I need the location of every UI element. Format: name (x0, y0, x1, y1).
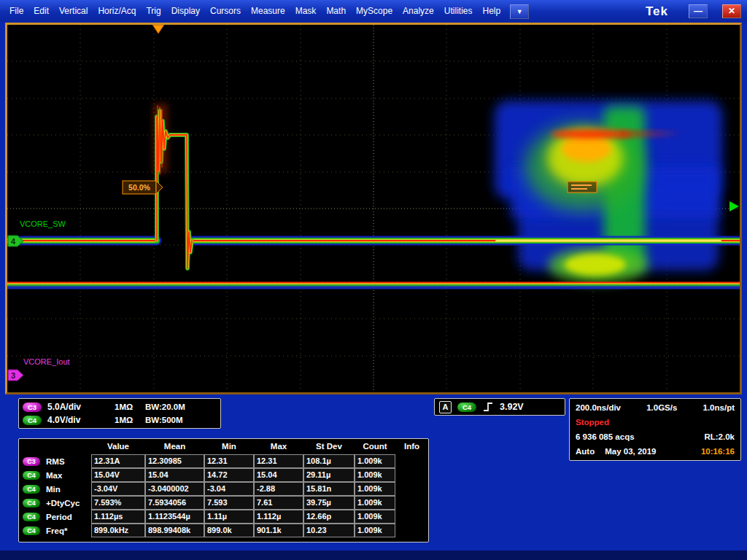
channel-coupling: 1MΩ (115, 416, 136, 424)
timebase-line: 200.0ns/div 1.0GS/s 1.0ns/pt (570, 400, 740, 415)
acq-count: 6 936 085 acqs (576, 432, 635, 441)
vertical-readouts[interactable]: C35.0A/div1MΩBW:20.0MC44.0V/div1MΩBW:500… (18, 398, 221, 429)
measurement-cell: 1.1123544µ (145, 510, 204, 524)
channel-badge[interactable]: C3 (23, 402, 42, 412)
measurement-cell: 1.009k (355, 496, 395, 510)
measurement-cell: 899.0kHz (91, 524, 145, 537)
trigger-level-value: 3.92V (500, 402, 524, 412)
measurement-cell: 29.11µ (303, 468, 355, 482)
menu-item-math[interactable]: Math (321, 0, 351, 23)
measurement-name: Min (46, 485, 61, 494)
trigger-mode: Auto (576, 447, 595, 456)
channel-readout-c3[interactable]: C35.0A/div1MΩBW:20.0M (19, 400, 220, 413)
menu-item-cursors[interactable]: Cursors (205, 0, 246, 23)
menu-item-mask[interactable]: Mask (290, 0, 322, 23)
minimize-button[interactable]: — (689, 4, 708, 18)
menu-item-help[interactable]: Help (477, 0, 506, 23)
channel-scale: 5.0A/div (47, 402, 107, 412)
column-header: Count (355, 439, 395, 454)
measurement-cell: -3.04 (204, 482, 254, 496)
measurement-cell: 12.66p (303, 510, 355, 524)
sample-resolution: 1.0ns/pt (703, 403, 735, 412)
measurement-cell: -2.88 (254, 482, 303, 496)
close-button[interactable]: ✕ (722, 4, 741, 18)
measurement-cell: 10.23 (303, 524, 355, 537)
menu-item-display[interactable]: Display (166, 0, 205, 23)
column-header: St Dev (303, 439, 355, 454)
timebase-scale: 200.0ns/div (576, 403, 621, 412)
channel-badge: C4 (23, 513, 40, 521)
menu-bar: FileEditVerticalHoriz/AcqTrigDisplayCurs… (0, 0, 747, 23)
channel-bandwidth: BW:20.0M (145, 402, 185, 411)
search-mark-flag (568, 182, 597, 192)
channel-badge[interactable]: C4 (23, 416, 42, 425)
measurement-name: Period (46, 513, 72, 521)
menu-items: FileEditVerticalHoriz/AcqTrigDisplayCurs… (4, 0, 506, 23)
measurement-cell: 12.31A (91, 454, 145, 468)
trigger-source-badge[interactable]: C4 (457, 402, 476, 412)
measurement-cell: -3.04V (91, 482, 145, 496)
measurement-cell: 15.04 (145, 468, 204, 482)
channel-badge: C4 (23, 499, 40, 508)
tek-logo: Tek (646, 4, 668, 19)
measurement-cell: 12.30985 (145, 454, 204, 468)
channel-badge: C3 (23, 457, 40, 466)
ch3-position-marker[interactable]: 3 (8, 370, 23, 381)
menu-item-utilities[interactable]: Utilities (439, 0, 478, 23)
sample-rate: 1.0GS/s (621, 403, 703, 412)
channel-bandwidth: BW:500M (145, 416, 183, 424)
measurement-cell (395, 496, 428, 510)
channel-readout-c4[interactable]: C44.0V/div1MΩBW:500M (19, 413, 220, 427)
datetime-line: Auto May 03, 2019 10:16:16 (570, 444, 740, 459)
acq-state-line: Stopped (570, 415, 740, 429)
measurement-name: +DtyCyc (46, 499, 80, 508)
trigger-level-arrow[interactable] (729, 201, 739, 211)
measurement-cell: 7.593 (204, 496, 254, 510)
measurement-cell (395, 510, 428, 524)
acq-state: Stopped (576, 418, 609, 427)
measurement-cell: 1.009k (355, 454, 395, 468)
menu-item-vertical[interactable]: Vertical (54, 0, 93, 23)
channel-badge: C4 (23, 485, 40, 494)
menu-item-trig[interactable]: Trig (141, 0, 166, 23)
channel-coupling: 1MΩ (115, 402, 136, 411)
menu-item-file[interactable]: File (4, 0, 28, 23)
column-header: Max (254, 439, 303, 454)
menu-item-myscope[interactable]: MyScope (351, 0, 398, 23)
channel-badge: C4 (23, 526, 40, 535)
measurement-label: C3RMS (19, 454, 91, 468)
measurement-cell: 7.5934056 (145, 496, 204, 510)
channel-scale: 4.0V/div (47, 415, 107, 425)
column-header: Min (204, 439, 254, 454)
measurement-cell: 39.75µ (303, 496, 355, 510)
ch4-waveform-label: VCORE_SW (20, 219, 66, 228)
menu-item-analyze[interactable]: Analyze (398, 0, 439, 23)
menu-item-horiz-acq[interactable]: Horiz/Acq (93, 0, 141, 23)
horizontal-readout[interactable]: 200.0ns/div 1.0GS/s 1.0ns/pt Stopped 6 9… (569, 398, 741, 461)
menu-item-edit[interactable]: Edit (28, 0, 54, 23)
measurement-label: C4Period (19, 510, 91, 524)
measurement-cell: 7.593% (91, 496, 145, 510)
measurement-table: ValueMeanMinMaxSt DevCountInfoC3RMS12.31… (18, 438, 429, 542)
measurement-cell: 1.112µs (91, 510, 145, 524)
measurement-cell: -3.0400002 (145, 482, 204, 496)
channel-badge: C4 (23, 471, 40, 480)
measurement-cell: 12.31 (204, 454, 254, 468)
measurement-cell: 1.112µ (254, 510, 303, 524)
trigger-level-tag: 50.0% (123, 181, 163, 194)
measurement-cell: 899.0k (204, 524, 254, 537)
oscilloscope-screen: FileEditVerticalHoriz/AcqTrigDisplayCurs… (0, 0, 747, 560)
chevron-down-icon: ▼ (516, 8, 523, 15)
menu-item-measure[interactable]: Measure (246, 0, 290, 23)
measurement-cell: 15.81n (303, 482, 355, 496)
measurement-cell (395, 454, 428, 468)
ch3-waveform-label: VCORE_Iout (23, 357, 70, 366)
measurement-cell: 108.1µ (303, 454, 355, 468)
measurement-cell: 901.1k (254, 524, 303, 537)
ch3-trace (7, 283, 740, 287)
date-text: May 03, 2019 (605, 447, 701, 456)
waveform-display[interactable]: 50.0% 4 3 VCORE_SW VCORE_Iout (5, 23, 742, 394)
trigger-readout[interactable]: A C4 3.92V (434, 398, 565, 416)
acq-count-line: 6 936 085 acqs RL:2.0k (570, 429, 740, 444)
menu-dropdown-button[interactable]: ▼ (510, 4, 529, 19)
